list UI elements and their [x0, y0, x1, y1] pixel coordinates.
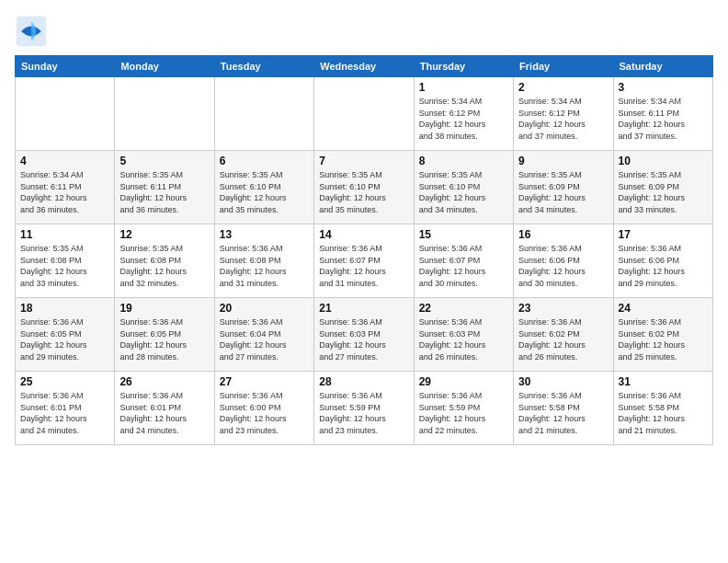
- calendar-day-25: 25Sunrise: 5:36 AM Sunset: 6:01 PM Dayli…: [16, 372, 115, 445]
- day-number: 8: [419, 155, 508, 167]
- calendar-day-27: 27Sunrise: 5:36 AM Sunset: 6:00 PM Dayli…: [214, 372, 313, 445]
- day-number: 17: [619, 228, 708, 241]
- day-number: 26: [119, 375, 209, 388]
- day-number: 18: [20, 302, 109, 315]
- calendar-day-12: 12Sunrise: 5:35 AM Sunset: 6:08 PM Dayli…: [115, 224, 214, 298]
- day-number: 30: [518, 375, 608, 388]
- day-number: 1: [419, 81, 508, 94]
- day-info: Sunrise: 5:35 AM Sunset: 6:08 PM Dayligh…: [119, 243, 209, 289]
- calendar-day-24: 24Sunrise: 5:36 AM Sunset: 6:02 PM Dayli…: [613, 298, 712, 372]
- weekday-header-monday: Monday: [115, 56, 214, 77]
- weekday-header-thursday: Thursday: [414, 56, 513, 77]
- page-header: [15, 15, 713, 48]
- weekday-header-saturday: Saturday: [613, 56, 712, 77]
- day-info: Sunrise: 5:35 AM Sunset: 6:09 PM Dayligh…: [619, 169, 708, 215]
- calendar-day-30: 30Sunrise: 5:36 AM Sunset: 5:58 PM Dayli…: [514, 372, 613, 445]
- day-number: 2: [518, 81, 608, 94]
- day-number: 5: [119, 155, 209, 167]
- day-number: 13: [220, 228, 309, 241]
- day-number: 20: [220, 302, 309, 315]
- day-info: Sunrise: 5:34 AM Sunset: 6:11 PM Dayligh…: [20, 169, 109, 215]
- day-number: 25: [20, 375, 109, 388]
- calendar-day-29: 29Sunrise: 5:36 AM Sunset: 5:59 PM Dayli…: [414, 372, 513, 445]
- weekday-header-row: SundayMondayTuesdayWednesdayThursdayFrid…: [16, 56, 713, 77]
- calendar-day-22: 22Sunrise: 5:36 AM Sunset: 6:03 PM Dayli…: [414, 298, 513, 372]
- calendar-day-10: 10Sunrise: 5:35 AM Sunset: 6:09 PM Dayli…: [613, 151, 712, 224]
- calendar-week-row: 4Sunrise: 5:34 AM Sunset: 6:11 PM Daylig…: [16, 151, 713, 224]
- day-info: Sunrise: 5:36 AM Sunset: 5:58 PM Dayligh…: [518, 390, 608, 436]
- calendar-day-28: 28Sunrise: 5:36 AM Sunset: 5:59 PM Dayli…: [314, 372, 414, 445]
- day-info: Sunrise: 5:36 AM Sunset: 5:59 PM Dayligh…: [419, 390, 508, 436]
- day-info: Sunrise: 5:36 AM Sunset: 6:08 PM Dayligh…: [220, 243, 309, 289]
- calendar-empty-cell: [314, 77, 414, 151]
- calendar-day-23: 23Sunrise: 5:36 AM Sunset: 6:02 PM Dayli…: [514, 298, 613, 372]
- day-info: Sunrise: 5:36 AM Sunset: 6:04 PM Dayligh…: [220, 316, 309, 362]
- day-info: Sunrise: 5:36 AM Sunset: 6:02 PM Dayligh…: [518, 316, 608, 362]
- calendar-empty-cell: [214, 77, 313, 151]
- day-info: Sunrise: 5:35 AM Sunset: 6:10 PM Dayligh…: [220, 169, 309, 215]
- logo: [15, 15, 51, 48]
- day-info: Sunrise: 5:35 AM Sunset: 6:08 PM Dayligh…: [20, 243, 109, 289]
- calendar-day-3: 3Sunrise: 5:34 AM Sunset: 6:11 PM Daylig…: [613, 77, 712, 151]
- day-number: 4: [20, 155, 109, 167]
- weekday-header-friday: Friday: [514, 56, 613, 77]
- day-number: 31: [619, 375, 708, 388]
- day-info: Sunrise: 5:36 AM Sunset: 6:07 PM Dayligh…: [319, 243, 408, 289]
- calendar-day-21: 21Sunrise: 5:36 AM Sunset: 6:03 PM Dayli…: [314, 298, 414, 372]
- day-info: Sunrise: 5:36 AM Sunset: 6:01 PM Dayligh…: [20, 390, 109, 436]
- calendar-day-5: 5Sunrise: 5:35 AM Sunset: 6:11 PM Daylig…: [115, 151, 214, 224]
- day-info: Sunrise: 5:35 AM Sunset: 6:11 PM Dayligh…: [119, 169, 209, 215]
- day-number: 7: [319, 155, 408, 167]
- day-number: 23: [518, 302, 608, 315]
- calendar-day-20: 20Sunrise: 5:36 AM Sunset: 6:04 PM Dayli…: [214, 298, 313, 372]
- calendar-empty-cell: [16, 77, 115, 151]
- calendar-day-1: 1Sunrise: 5:34 AM Sunset: 6:12 PM Daylig…: [414, 77, 513, 151]
- calendar-day-16: 16Sunrise: 5:36 AM Sunset: 6:06 PM Dayli…: [514, 224, 613, 298]
- day-number: 6: [220, 155, 309, 167]
- weekday-header-wednesday: Wednesday: [314, 56, 414, 77]
- day-number: 29: [419, 375, 508, 388]
- day-number: 14: [319, 228, 408, 241]
- day-number: 9: [518, 155, 608, 167]
- calendar-week-row: 1Sunrise: 5:34 AM Sunset: 6:12 PM Daylig…: [16, 77, 713, 151]
- day-info: Sunrise: 5:36 AM Sunset: 5:58 PM Dayligh…: [619, 390, 708, 436]
- day-info: Sunrise: 5:36 AM Sunset: 6:01 PM Dayligh…: [119, 390, 209, 436]
- calendar-week-row: 25Sunrise: 5:36 AM Sunset: 6:01 PM Dayli…: [16, 372, 713, 445]
- day-number: 19: [119, 302, 209, 315]
- day-number: 24: [619, 302, 708, 315]
- day-info: Sunrise: 5:34 AM Sunset: 6:12 PM Dayligh…: [518, 96, 608, 142]
- day-info: Sunrise: 5:35 AM Sunset: 6:10 PM Dayligh…: [319, 169, 408, 215]
- day-info: Sunrise: 5:35 AM Sunset: 6:09 PM Dayligh…: [518, 169, 608, 215]
- day-number: 12: [119, 228, 209, 241]
- logo-icon: [15, 15, 48, 48]
- calendar-empty-cell: [115, 77, 214, 151]
- day-number: 16: [518, 228, 608, 241]
- day-number: 15: [419, 228, 508, 241]
- day-info: Sunrise: 5:35 AM Sunset: 6:10 PM Dayligh…: [419, 169, 508, 215]
- calendar-day-11: 11Sunrise: 5:35 AM Sunset: 6:08 PM Dayli…: [16, 224, 115, 298]
- day-number: 21: [319, 302, 408, 315]
- calendar-day-7: 7Sunrise: 5:35 AM Sunset: 6:10 PM Daylig…: [314, 151, 414, 224]
- day-info: Sunrise: 5:36 AM Sunset: 5:59 PM Dayligh…: [319, 390, 408, 436]
- calendar-day-6: 6Sunrise: 5:35 AM Sunset: 6:10 PM Daylig…: [214, 151, 313, 224]
- day-number: 22: [419, 302, 508, 315]
- day-number: 11: [20, 228, 109, 241]
- calendar-day-8: 8Sunrise: 5:35 AM Sunset: 6:10 PM Daylig…: [414, 151, 513, 224]
- day-info: Sunrise: 5:36 AM Sunset: 6:05 PM Dayligh…: [20, 316, 109, 362]
- calendar-week-row: 18Sunrise: 5:36 AM Sunset: 6:05 PM Dayli…: [16, 298, 713, 372]
- day-number: 3: [619, 81, 708, 94]
- weekday-header-tuesday: Tuesday: [214, 56, 313, 77]
- day-info: Sunrise: 5:36 AM Sunset: 6:03 PM Dayligh…: [319, 316, 408, 362]
- calendar-day-19: 19Sunrise: 5:36 AM Sunset: 6:05 PM Dayli…: [115, 298, 214, 372]
- day-info: Sunrise: 5:34 AM Sunset: 6:12 PM Dayligh…: [419, 96, 508, 142]
- day-info: Sunrise: 5:34 AM Sunset: 6:11 PM Dayligh…: [619, 96, 708, 142]
- calendar-day-15: 15Sunrise: 5:36 AM Sunset: 6:07 PM Dayli…: [414, 224, 513, 298]
- calendar-day-14: 14Sunrise: 5:36 AM Sunset: 6:07 PM Dayli…: [314, 224, 414, 298]
- calendar-day-9: 9Sunrise: 5:35 AM Sunset: 6:09 PM Daylig…: [514, 151, 613, 224]
- day-info: Sunrise: 5:36 AM Sunset: 6:02 PM Dayligh…: [619, 316, 708, 362]
- day-info: Sunrise: 5:36 AM Sunset: 6:06 PM Dayligh…: [518, 243, 608, 289]
- calendar-day-26: 26Sunrise: 5:36 AM Sunset: 6:01 PM Dayli…: [115, 372, 214, 445]
- calendar-table: SundayMondayTuesdayWednesdayThursdayFrid…: [15, 55, 713, 445]
- day-number: 27: [220, 375, 309, 388]
- day-info: Sunrise: 5:36 AM Sunset: 6:06 PM Dayligh…: [619, 243, 708, 289]
